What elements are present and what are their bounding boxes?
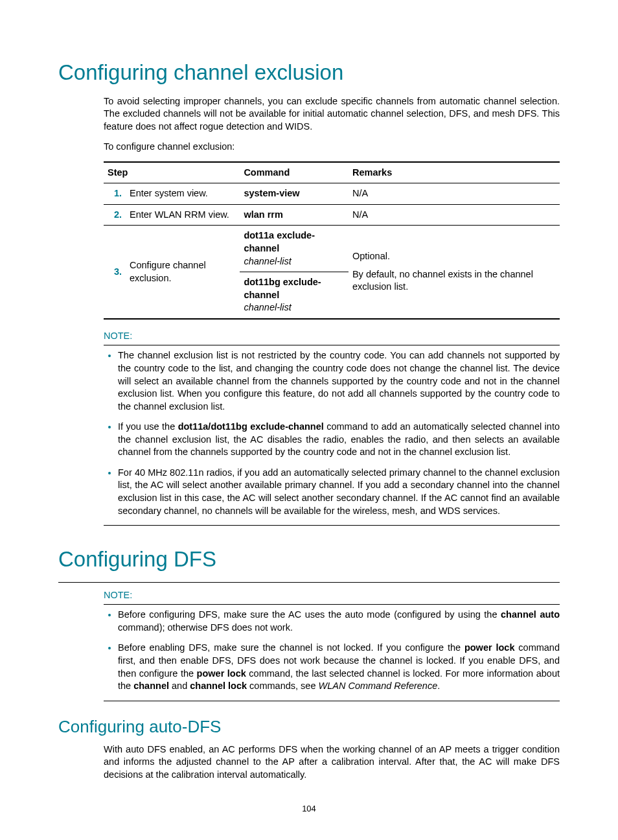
auto-dfs-paragraph: With auto DFS enabled, an AC performs DF… <box>104 743 560 782</box>
note-item: Before configuring DFS, make sure the AC… <box>118 609 560 634</box>
note-separator <box>104 604 560 605</box>
text: Before enabling DFS, make sure the chann… <box>118 642 464 653</box>
step-number: 1. <box>104 183 126 205</box>
step-number: 3. <box>104 226 126 319</box>
text: . <box>437 681 440 691</box>
note-item: If you use the dot11a/dot11bg exclude-ch… <box>118 421 560 459</box>
note-item: The channel exclusion list is not restri… <box>118 349 560 413</box>
col-step: Step <box>104 162 240 183</box>
step-command: wlan rrm <box>240 204 349 226</box>
text: and <box>169 681 190 691</box>
remarks-line: By default, no channel exists in the cha… <box>352 268 556 294</box>
table-row: 3. Configure channel exclusion. dot11a e… <box>104 226 560 319</box>
col-remarks: Remarks <box>349 162 560 183</box>
note-label: NOTE: <box>104 589 560 602</box>
table-row: 1. Enter system view. system-view N/A <box>104 183 560 205</box>
cmd-bold: power lock <box>464 642 515 653</box>
ref-italic: WLAN Command Reference <box>319 681 438 691</box>
cmd-bold: channel lock <box>190 681 247 691</box>
heading-channel-exclusion: Configuring channel exclusion <box>58 58 560 88</box>
heading-auto-dfs: Configuring auto-DFS <box>58 716 560 738</box>
step-command: system-view <box>240 183 349 205</box>
step-command-group: dot11a exclude-channel channel-list dot1… <box>240 226 349 319</box>
step-number: 2. <box>104 204 126 226</box>
text: Before configuring DFS, make sure the AC… <box>118 609 501 620</box>
step-remarks: Optional. By default, no channel exists … <box>349 226 560 319</box>
text: command); otherwise DFS does not work. <box>118 622 293 633</box>
steps-table: Step Command Remarks 1. Enter system vie… <box>104 161 560 320</box>
cmd-bold: channel auto <box>501 609 560 620</box>
col-command: Command <box>240 162 349 183</box>
cmd-bold: channel <box>133 681 169 691</box>
note-separator <box>104 345 560 345</box>
intro-paragraph-1: To avoid selecting improper channels, yo… <box>104 95 560 134</box>
step-remarks: N/A <box>349 183 560 205</box>
intro-paragraph-2: To configure channel exclusion: <box>104 141 560 154</box>
cmd-bold: dot11bg exclude-channel <box>244 277 321 300</box>
note-list: Before configuring DFS, make sure the AC… <box>104 609 560 692</box>
note-item: For 40 MHz 802.11n radios, if you add an… <box>118 467 560 517</box>
step-desc: Enter WLAN RRM view. <box>126 204 240 226</box>
remarks-line: Optional. <box>352 250 556 263</box>
cmd-bold: dot11a/dot11bg exclude-channel <box>178 421 324 432</box>
step-desc: Configure channel exclusion. <box>126 226 240 319</box>
table-row: 2. Enter WLAN RRM view. wlan rrm N/A <box>104 204 560 226</box>
section-separator <box>58 582 560 583</box>
note-item: Before enabling DFS, make sure the chann… <box>118 642 560 692</box>
heading-dfs: Configuring DFS <box>58 545 560 574</box>
cmd-italic: channel-list <box>244 256 291 266</box>
text: If you use the <box>118 421 178 432</box>
note-list: The channel exclusion list is not restri… <box>104 349 560 517</box>
note-label: NOTE: <box>104 330 560 343</box>
text: commands, see <box>247 681 318 691</box>
cmd-bold: power lock <box>197 668 246 679</box>
page-number: 104 <box>58 803 560 815</box>
step-remarks: N/A <box>349 204 560 226</box>
note-separator <box>104 525 560 526</box>
cmd-bold: dot11a exclude-channel <box>244 230 315 253</box>
table-header-row: Step Command Remarks <box>104 162 560 183</box>
cmd-italic: channel-list <box>244 302 291 312</box>
note-separator <box>104 701 560 701</box>
step-desc: Enter system view. <box>126 183 240 205</box>
